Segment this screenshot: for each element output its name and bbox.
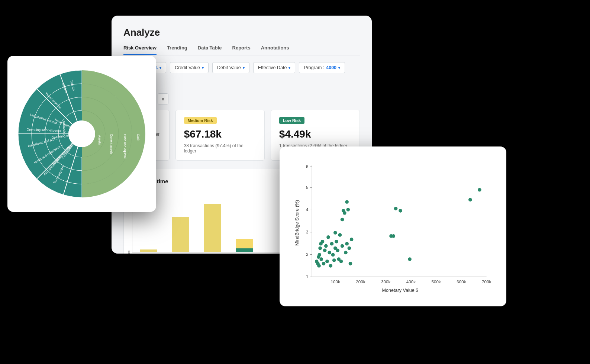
svg-point-84 <box>391 234 395 238</box>
filter-program[interactable]: Program : 4000▾ <box>299 62 345 73</box>
chevron-down-icon: ▾ <box>159 66 161 70</box>
svg-point-86 <box>399 209 402 213</box>
filter-credit-value[interactable]: Credit Value▾ <box>170 62 209 73</box>
svg-text:400k: 400k <box>406 279 416 284</box>
risk-card-medium[interactable]: Medium Risk $67.18k 38 transactions (97.… <box>175 110 265 161</box>
svg-text:4: 4 <box>306 207 309 212</box>
svg-point-60 <box>328 251 331 255</box>
filter-clear-button[interactable]: x <box>158 93 168 104</box>
scatter-ylabel: MindBridge Score (%) <box>294 200 300 246</box>
low-risk-amount: $4.49k <box>279 128 351 140</box>
svg-point-87 <box>408 257 412 261</box>
svg-text:700k: 700k <box>482 279 491 284</box>
ytick-0: 0 <box>128 250 130 254</box>
scatter-xticks: 100k 200k 300k 400k 500k 600k 700k <box>331 279 491 284</box>
svg-point-63 <box>331 253 335 257</box>
svg-text:3: 3 <box>306 229 308 234</box>
tab-bar: Risk Overview Trending Data Table Report… <box>123 45 360 55</box>
svg-point-85 <box>394 207 398 210</box>
svg-point-64 <box>332 258 336 262</box>
svg-point-51 <box>318 247 322 250</box>
svg-point-70 <box>338 233 342 237</box>
tab-annotations[interactable]: Annotations <box>261 45 289 55</box>
svg-text:Cash and equival…: Cash and equival… <box>123 134 127 162</box>
tab-data-table[interactable]: Data Table <box>198 45 222 55</box>
svg-text:200k: 200k <box>356 279 365 284</box>
svg-text:Current assets: Current assets <box>110 134 113 155</box>
medium-risk-amount: $67.18k <box>184 128 256 140</box>
svg-point-61 <box>329 264 332 268</box>
chevron-down-icon: ▾ <box>202 66 204 70</box>
tab-trending[interactable]: Trending <box>167 45 187 55</box>
svg-point-57 <box>324 244 328 248</box>
chevron-down-icon: ▾ <box>338 66 340 70</box>
chevron-down-icon: ▾ <box>243 66 245 70</box>
svg-point-50 <box>317 253 321 257</box>
page-title: Analyze <box>123 27 360 38</box>
scatter-xlabel: Monetary Value $ <box>382 288 419 293</box>
svg-point-82 <box>345 200 349 204</box>
svg-point-76 <box>344 251 348 255</box>
filter-bar: ing expenses▾ Credit Value▾ Debit Value▾… <box>123 62 360 88</box>
svg-point-79 <box>348 247 351 250</box>
bar-feb[interactable] <box>172 217 189 252</box>
tab-risk-overview[interactable]: Risk Overview <box>123 45 157 55</box>
chevron-down-icon: ▾ <box>288 66 290 70</box>
badge-low-risk: Low Risk <box>279 117 304 124</box>
svg-point-78 <box>346 208 350 212</box>
svg-point-81 <box>350 238 354 241</box>
svg-text:600k: 600k <box>457 279 466 284</box>
medium-risk-sub: 38 transactions (97.4%) of the ledger <box>184 143 256 154</box>
svg-text:2: 2 <box>306 252 308 257</box>
sunburst-chart[interactable]: Expenses Assets Liabili… Current assets … <box>15 67 149 201</box>
svg-point-66 <box>333 231 337 235</box>
svg-text:6: 6 <box>306 164 308 169</box>
tab-reports[interactable]: Reports <box>232 45 251 55</box>
svg-point-72 <box>341 244 344 248</box>
svg-point-58 <box>325 260 329 263</box>
svg-text:300k: 300k <box>381 279 390 284</box>
svg-text:Cash: Cash <box>136 134 140 141</box>
svg-point-67 <box>335 240 338 244</box>
scatter-dots <box>315 188 481 268</box>
svg-text:500k: 500k <box>432 279 441 284</box>
svg-point-71 <box>339 260 343 263</box>
svg-point-54 <box>321 240 325 244</box>
bar-jan[interactable] <box>140 249 157 252</box>
svg-point-53 <box>319 257 323 261</box>
filter-effective-date[interactable]: Effective Date▾ <box>253 62 296 73</box>
svg-point-49 <box>317 264 321 268</box>
svg-point-77 <box>345 242 349 246</box>
svg-text:Assets: Assets <box>98 135 101 145</box>
svg-point-68 <box>336 249 339 252</box>
bar-apr[interactable]: Apr 2015 <box>236 239 253 252</box>
svg-point-88 <box>468 198 472 202</box>
svg-point-62 <box>330 242 334 246</box>
scatter-yticks: 1 2 3 4 5 6 <box>306 164 312 279</box>
svg-point-80 <box>349 262 352 265</box>
bar-mar[interactable] <box>204 204 221 252</box>
svg-point-89 <box>478 188 481 192</box>
svg-point-59 <box>326 235 330 239</box>
sunburst-card: Expenses Assets Liabili… Current assets … <box>7 56 156 212</box>
scatter-card: MindBridge Score (%) Monetary Value $ 1 … <box>280 146 506 306</box>
filter-debit-value[interactable]: Debit Value▾ <box>212 62 249 73</box>
svg-point-55 <box>322 262 326 265</box>
svg-text:5: 5 <box>306 185 308 190</box>
svg-text:1: 1 <box>306 274 308 279</box>
svg-point-56 <box>323 249 327 252</box>
scatter-chart[interactable]: MindBridge Score (%) Monetary Value $ 1 … <box>292 158 494 295</box>
badge-medium-risk: Medium Risk <box>184 117 217 124</box>
svg-point-75 <box>343 211 346 215</box>
svg-text:100k: 100k <box>331 279 340 284</box>
svg-point-73 <box>341 218 344 222</box>
filter-bar-row2: Toronto▾ x <box>123 93 360 104</box>
